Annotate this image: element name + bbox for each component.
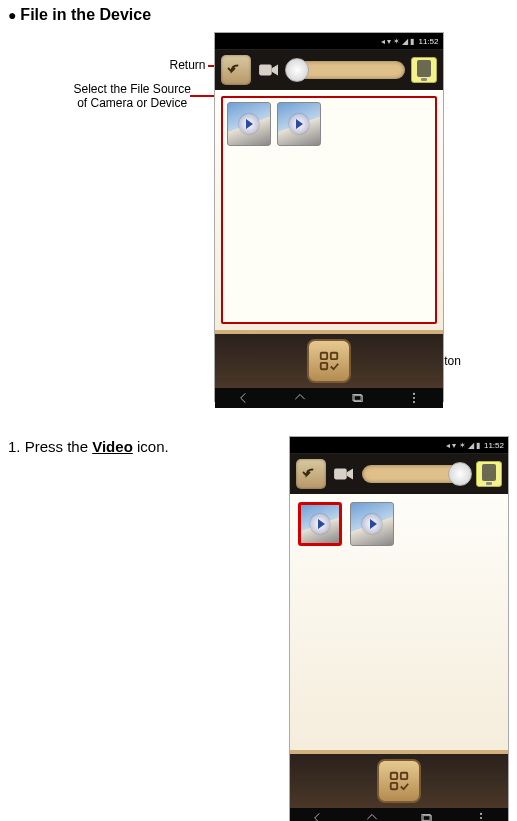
svg-rect-9 [334,469,347,480]
status-time: 11:52 [418,37,438,46]
svg-rect-10 [391,773,397,779]
return-arrow-icon [302,465,320,483]
device-screenshot: ◂ ▾ ✶ ◢ ▮ 11:52 [289,436,509,821]
step-1-text: 1. Press the Video icon. [8,436,275,455]
svg-rect-11 [401,773,407,779]
step-1-prefix: 1. Press the [8,438,92,455]
top-toolbar [290,454,508,494]
grid-select-icon [388,770,410,792]
device-screenshot: ◂ ▾ ✶ ◢ ▮ 11:52 [214,32,444,402]
bottom-tray [215,330,443,388]
status-bar: ◂ ▾ ✶ ◢ ▮ 11:52 [215,33,443,50]
camera-icon [257,60,281,80]
recent-icon[interactable] [350,391,364,405]
source-toggle[interactable] [287,61,405,79]
svg-point-8 [413,401,415,403]
step-1-bold: Video [92,438,133,455]
play-icon [362,514,382,534]
svg-point-16 [480,817,482,819]
status-time: 11:52 [484,441,504,450]
camera-icon [332,464,356,484]
status-indicators: ◂ ▾ ✶ ◢ ▮ [381,37,415,46]
menu-icon[interactable] [407,391,421,405]
home-icon[interactable] [293,391,307,405]
svg-point-6 [413,393,415,395]
android-nav-bar [215,388,443,408]
svg-rect-2 [330,353,336,359]
toggle-knob [285,58,309,82]
recent-icon[interactable] [419,811,433,821]
callout-return-label: Return [170,58,206,72]
play-icon [310,514,330,534]
svg-rect-12 [391,783,397,789]
section-heading: File in the Device [8,6,509,24]
figure-2: ◂ ▾ ✶ ◢ ▮ 11:52 [289,436,509,821]
android-nav-bar [290,808,508,821]
menu-icon[interactable] [474,811,488,821]
step-1: 1. Press the Video icon. ◂ ▾ ✶ ◢ ▮ 11:52 [8,436,509,821]
back-icon[interactable] [236,391,250,405]
video-thumbnail[interactable] [350,502,394,546]
figure-1: Return Select the File Source of Camera … [8,32,509,412]
svg-rect-1 [320,353,326,359]
select-button[interactable] [377,759,421,803]
video-thumbnail[interactable] [227,102,271,146]
svg-point-7 [413,397,415,399]
return-button[interactable] [296,459,326,489]
callout-select-source-label: Select the File Source of Camera or Devi… [74,82,191,110]
device-icon [476,461,502,487]
status-indicators: ◂ ▾ ✶ ◢ ▮ [446,441,480,450]
step-1-suffix: icon. [133,438,169,455]
play-icon [239,114,259,134]
file-list[interactable] [221,96,437,324]
back-icon[interactable] [310,811,324,821]
file-content-area [290,494,508,750]
video-thumbnail-highlighted[interactable] [298,502,342,546]
return-button[interactable] [221,55,251,85]
play-icon [289,114,309,134]
select-button[interactable] [307,339,351,383]
top-toolbar [215,50,443,90]
svg-rect-0 [259,65,272,76]
svg-point-15 [480,813,482,815]
device-icon [411,57,437,83]
toggle-knob [448,462,472,486]
home-icon[interactable] [365,811,379,821]
status-bar: ◂ ▾ ✶ ◢ ▮ 11:52 [290,437,508,454]
file-content-area [215,90,443,330]
svg-rect-3 [320,363,326,369]
bottom-tray [290,750,508,808]
grid-select-icon [318,350,340,372]
return-arrow-icon [227,61,245,79]
video-thumbnail[interactable] [277,102,321,146]
source-toggle[interactable] [362,465,470,483]
